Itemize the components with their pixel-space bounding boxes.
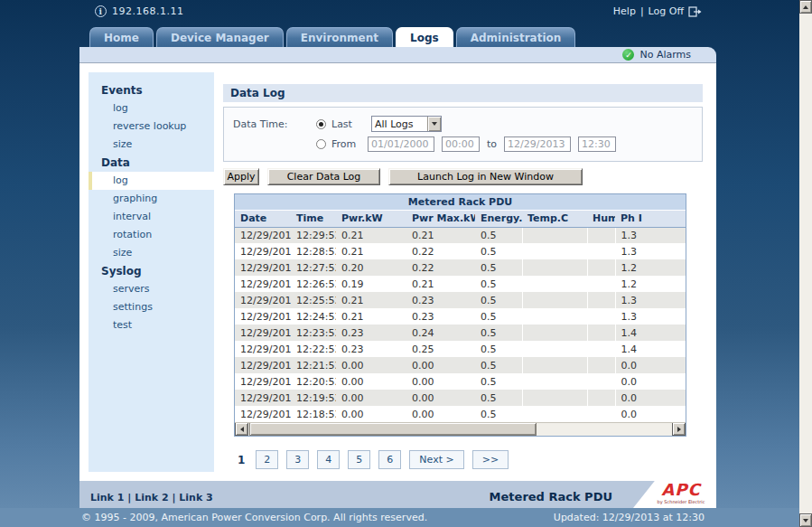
cell-humidity: [587, 390, 615, 406]
footer-link-3[interactable]: Link 3: [179, 492, 212, 503]
cell-humidity: [587, 341, 615, 357]
sidebar-item[interactable]: servers: [89, 280, 214, 298]
cell-time: 12:20:53: [291, 373, 336, 390]
to-date-field[interactable]: [504, 136, 571, 152]
from-radio[interactable]: [316, 139, 326, 149]
cell-humidity: [587, 373, 615, 390]
cell-humidity: [587, 276, 615, 292]
bottom-bar: © 1995 - 2009, American Power Conversion…: [0, 508, 799, 527]
cell-pwr-max: 0.23: [406, 308, 475, 325]
cell-date: 12/29/2013: [235, 276, 291, 292]
cell-date: 12/29/2013: [235, 243, 291, 259]
nav-tab[interactable]: Logs: [396, 27, 453, 47]
scroll-down-icon[interactable]: [799, 513, 812, 527]
sidebar-item[interactable]: interval: [89, 208, 214, 226]
cell-pwr-max: 0.22: [406, 259, 475, 276]
nav-tab[interactable]: Administration: [456, 27, 576, 47]
table-row: 12/29/2013 12:21:53 0.00 0.00 0.5 0.0: [235, 357, 686, 373]
from-time-field[interactable]: [442, 136, 480, 152]
cell-time: 12:26:53: [291, 276, 336, 292]
column-header: Time: [291, 211, 336, 227]
last-page-button[interactable]: >>: [472, 450, 509, 469]
table-row: 12/29/2013 12:18:53 0.00 0.00 0.5 0.0: [235, 406, 686, 422]
cell-phase: 1.3: [615, 308, 686, 325]
table-row: 12/29/2013 12:27:53 0.20 0.22 0.5 1.2: [235, 259, 686, 276]
cell-temp: [522, 357, 587, 373]
sidebar-item[interactable]: size: [89, 136, 214, 154]
link-separator: |: [127, 492, 131, 503]
cell-pwr: 0.21: [336, 292, 406, 308]
launch-log-button[interactable]: Launch Log in New Window: [388, 168, 583, 185]
sidebar-item[interactable]: test: [89, 316, 214, 334]
nav-tab[interactable]: Device Manager: [156, 27, 284, 47]
sidebar-item[interactable]: size: [89, 244, 214, 262]
cell-pwr-max: 0.00: [406, 357, 475, 373]
sidebar-item[interactable]: log: [89, 99, 214, 118]
cell-energy: 0.5: [475, 325, 522, 341]
cell-phase: 1.3: [615, 227, 686, 243]
cell-humidity: [587, 357, 615, 373]
cell-phase: 1.2: [615, 276, 686, 292]
footer-link-1[interactable]: Link 1: [90, 492, 124, 503]
logoff-link[interactable]: Log Off: [649, 5, 684, 17]
from-radio-label: From: [331, 138, 368, 150]
to-time-field[interactable]: [578, 136, 616, 152]
scroll-up-icon[interactable]: [799, 0, 812, 14]
next-page-button[interactable]: Next >: [409, 450, 463, 469]
from-date-field[interactable]: [368, 136, 434, 152]
column-header: Ph I: [615, 211, 686, 227]
cell-date: 12/29/2013: [235, 259, 291, 276]
nav-tab[interactable]: Environment: [286, 27, 393, 47]
alarm-status-band: ✓ No Alarms: [79, 47, 716, 63]
page-button[interactable]: 3: [286, 450, 309, 469]
footer-link-2[interactable]: Link 2: [135, 492, 168, 503]
cell-temp: [522, 406, 587, 422]
cell-time: 12:23:53: [291, 325, 336, 341]
help-link[interactable]: Help: [613, 5, 636, 17]
cell-pwr: 0.19: [336, 276, 406, 292]
cell-phase: 0.0: [615, 357, 686, 373]
chevron-down-icon[interactable]: [427, 117, 441, 131]
cell-temp: [522, 243, 587, 259]
scroll-left-icon[interactable]: [235, 423, 248, 436]
page-button[interactable]: 6: [378, 450, 401, 469]
scroll-right-icon[interactable]: [672, 423, 686, 436]
cell-date: 12/29/2013: [235, 357, 291, 373]
cell-date: 12/29/2013: [235, 292, 291, 308]
cell-temp: [522, 259, 587, 276]
table-body: 12/29/2013 12:29:53 0.21 0.21 0.5 1.3 12…: [235, 227, 686, 422]
cell-energy: 0.5: [475, 292, 522, 308]
apply-button[interactable]: Apply: [223, 168, 259, 185]
updated-text: Updated: 12/29/2013 at 12:30: [554, 512, 705, 523]
page-button[interactable]: 5: [348, 450, 370, 469]
sidebar-item[interactable]: reverse lookup: [89, 118, 214, 136]
table-horizontal-scrollbar[interactable]: [235, 422, 686, 436]
sidebar-section-data: Data: [89, 154, 214, 172]
page-vertical-scrollbar[interactable]: [799, 0, 812, 527]
column-header: Hum.%RH: [587, 211, 615, 227]
table-row: 12/29/2013 12:25:53 0.21 0.23 0.5 1.3: [235, 292, 686, 308]
cell-temp: [522, 390, 587, 406]
cell-temp: [522, 308, 587, 325]
horizontal-scroll-thumb[interactable]: [249, 423, 537, 436]
cell-time: 12:27:53: [291, 259, 336, 276]
table-row: 12/29/2013 12:29:53 0.21 0.21 0.5 1.3: [235, 227, 686, 243]
cell-energy: 0.5: [475, 308, 522, 325]
cell-time: 12:21:53: [291, 357, 336, 373]
clear-data-log-button[interactable]: Clear Data Log: [267, 168, 380, 185]
sidebar-item[interactable]: rotation: [89, 226, 214, 244]
cell-pwr: 0.21: [336, 243, 406, 259]
sidebar-item[interactable]: log: [89, 172, 214, 190]
device-ip: 192.168.1.11: [112, 5, 183, 17]
nav-tab[interactable]: Home: [89, 27, 154, 47]
time-range-select[interactable]: All Logs: [371, 116, 442, 132]
sidebar-item[interactable]: graphing: [89, 190, 214, 208]
cell-pwr: 0.00: [336, 357, 406, 373]
ok-check-icon: ✓: [622, 49, 634, 61]
page-button[interactable]: 2: [256, 450, 278, 469]
page-button[interactable]: 4: [317, 450, 340, 469]
cell-date: 12/29/2013: [235, 308, 291, 325]
sidebar-item[interactable]: settings: [89, 298, 214, 316]
logoff-icon[interactable]: [688, 6, 702, 17]
last-radio[interactable]: [316, 119, 326, 129]
